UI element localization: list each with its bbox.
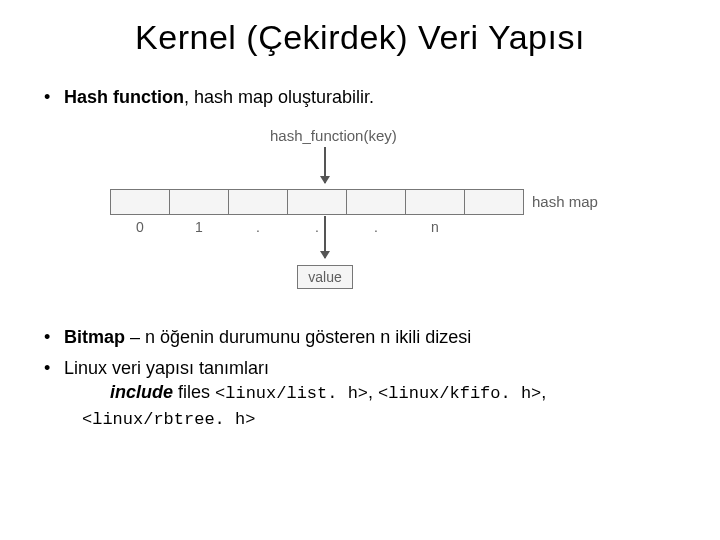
bucket-cell xyxy=(464,189,524,215)
bullet-text: – xyxy=(125,327,145,347)
bullet-list-lower: Bitmap – n öğenin durumunu gösteren n ik… xyxy=(40,325,680,431)
index-row: 0 1 . . . n xyxy=(110,219,524,235)
sep: , xyxy=(368,382,378,402)
hash-map-diagram: hash_function(key) 0 1 . . . n hash xyxy=(100,127,620,297)
include-line: include files <linux/list. h>, <linux/kf… xyxy=(64,380,680,406)
code-path: <linux/rbtree. h> xyxy=(82,410,255,429)
index-label: 1 xyxy=(169,219,229,235)
include-text: files xyxy=(173,382,215,402)
arrow-icon xyxy=(324,147,326,183)
hash-function-label: hash_function(key) xyxy=(270,127,397,144)
bullet-text: Linux veri yapısı tanımları xyxy=(64,358,269,378)
bucket-cell xyxy=(110,189,170,215)
sep: , xyxy=(541,382,546,402)
code-path: <linux/list. h> xyxy=(215,384,368,403)
include-line-2: <linux/rbtree. h> xyxy=(64,406,680,432)
arrow-icon xyxy=(324,216,326,258)
index-label: . xyxy=(228,219,288,235)
bullet-hash-function: Hash function, hash map oluşturabilir. xyxy=(40,85,680,109)
code-path: <linux/kfifo. h> xyxy=(378,384,541,403)
bullet-strong: Bitmap xyxy=(64,327,125,347)
value-box: value xyxy=(297,265,353,289)
page-title: Kernel (Çekirdek) Veri Yapısı xyxy=(40,18,680,57)
bullet-list: Hash function, hash map oluşturabilir. xyxy=(40,85,680,109)
index-label: . xyxy=(346,219,406,235)
bucket-cell xyxy=(228,189,288,215)
bucket-cell xyxy=(169,189,229,215)
bullet-text: öğenin durumunu gösteren n ikili dizesi xyxy=(155,327,471,347)
index-label xyxy=(464,219,524,235)
bullet-text-n: n xyxy=(145,327,155,347)
bullet-bitmap: Bitmap – n öğenin durumunu gösteren n ik… xyxy=(40,325,680,349)
diagram-container: hash_function(key) 0 1 . . . n hash xyxy=(40,127,680,297)
slide: Kernel (Çekirdek) Veri Yapısı Hash funct… xyxy=(0,0,720,458)
bucket-row xyxy=(110,189,524,215)
index-label: 0 xyxy=(110,219,170,235)
bucket-cell xyxy=(287,189,347,215)
bullet-strong: Hash function xyxy=(64,87,184,107)
index-label: n xyxy=(405,219,465,235)
bucket-cell xyxy=(405,189,465,215)
index-label: . xyxy=(287,219,347,235)
bullet-text: , hash map oluşturabilir. xyxy=(184,87,374,107)
bucket-cell xyxy=(346,189,406,215)
include-strong: include xyxy=(110,382,173,402)
hash-map-label: hash map xyxy=(532,193,598,210)
bullet-linux-defs: Linux veri yapısı tanımları include file… xyxy=(40,356,680,432)
